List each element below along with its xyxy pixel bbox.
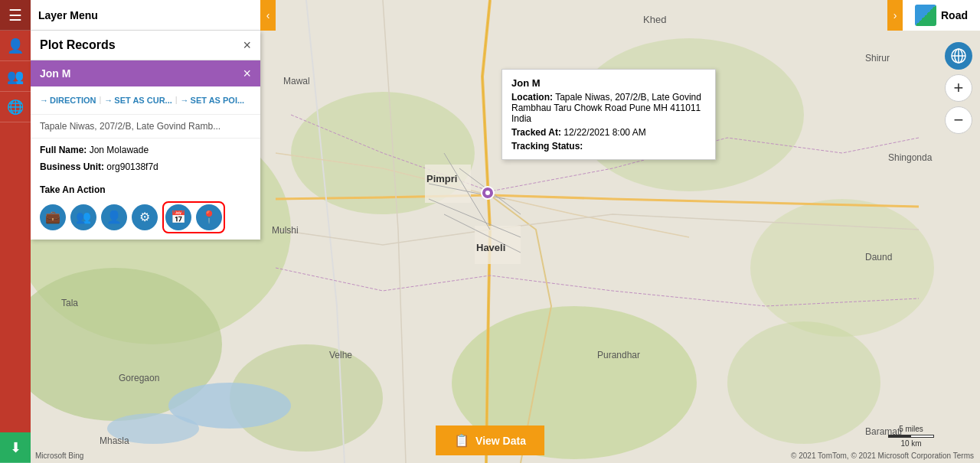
direction-button[interactable]: DIRECTION (40, 93, 96, 108)
full-name-row: Full Name: Jon Molawade (31, 139, 260, 158)
tooltip-status-row: Tracking Status: (511, 141, 706, 152)
map-controls: + − (945, 42, 972, 134)
address-bar: Tapale Niwas, 207/2/B, Late Govind Ramb.… (31, 115, 260, 139)
highlighted-action-group: 📅 📍 (162, 201, 225, 233)
svg-text:Daund: Daund (865, 252, 892, 262)
plot-records-title: Plot Records (40, 38, 116, 52)
action-icons-row: 💼 👥 👤 ⚙ 📅 📍 (40, 201, 251, 233)
scale-label-miles: 5 miles (899, 425, 923, 433)
business-unit-row: Business Unit: org90138f7d (31, 158, 260, 178)
svg-point-34 (485, 191, 490, 195)
globe-control-button[interactable] (945, 42, 972, 70)
jon-m-card-header: Jon M × (31, 60, 260, 86)
svg-point-5 (750, 199, 934, 337)
tooltip-popup: Jon M Location: Tapale Niwas, 207/2/B, L… (501, 69, 716, 160)
plot-records-header: Plot Records × (31, 31, 260, 60)
svg-text:Shirur: Shirur (865, 53, 890, 64)
location-action-button[interactable]: 📍 (196, 204, 222, 230)
chevron-left-button[interactable]: ‹ (260, 0, 276, 31)
svg-text:Mulshi: Mulshi (272, 225, 299, 236)
plot-records-panel: Plot Records × Jon M × DIRECTION | SET A… (31, 31, 260, 240)
zoom-in-icon: + (954, 80, 964, 96)
scale-label-km: 10 km (900, 439, 921, 448)
svg-text:Goregaon: Goregaon (119, 373, 159, 383)
tooltip-status-label: Tracking Status: (511, 141, 583, 152)
map-type-button[interactable]: Road (903, 0, 980, 31)
zoom-out-icon: − (954, 112, 964, 129)
briefcase-action-button[interactable]: 💼 (40, 204, 66, 230)
people-action-button[interactable]: 👥 (70, 204, 96, 230)
map-type-preview (915, 5, 936, 26)
jon-m-close-button[interactable]: × (243, 67, 251, 80)
view-data-icon: 📋 (454, 433, 469, 448)
map-type-label: Road (941, 9, 968, 21)
tooltip-tracked-label: Tracked At: (511, 127, 561, 138)
svg-text:Khed: Khed (643, 14, 666, 25)
sidebar-icon-download[interactable]: ⬇ (0, 432, 31, 463)
chevron-right-icon: › (893, 9, 897, 21)
svg-text:Tala: Tala (61, 298, 78, 308)
layer-menu-panel: Layer Menu (31, 0, 260, 31)
svg-text:Shingonda: Shingonda (888, 152, 933, 163)
address-text: Tapale Niwas, 207/2/B, Late Govind Ramb.… (40, 121, 220, 132)
chevron-right-button[interactable]: › (887, 0, 903, 31)
tooltip-location-row: Location: Tapale Niwas, 207/2/B, Late Go… (511, 92, 706, 124)
set-as-poi-button[interactable]: SET AS POI... (181, 93, 245, 108)
svg-text:Mhasla: Mhasla (100, 435, 129, 446)
bing-logo-text: Microsoft Bing (35, 452, 83, 460)
chevron-left-icon: ‹ (266, 9, 270, 21)
zoom-out-button[interactable]: − (945, 106, 972, 134)
zoom-in-button[interactable]: + (945, 74, 972, 102)
calendar-action-button[interactable]: 📅 (165, 204, 191, 230)
tooltip-tracked-row: Tracked At: 12/22/2021 8:00 AM (511, 127, 706, 138)
map-scale: 5 miles 10 km (888, 425, 934, 448)
plot-records-close-button[interactable]: × (243, 38, 251, 52)
svg-text:Purandhar: Purandhar (597, 350, 640, 360)
full-name-value: Jon Molawade (90, 145, 149, 155)
jon-m-card: Jon M × DIRECTION | SET AS CUR... | SET … (31, 60, 260, 240)
svg-text:Velhe: Velhe (329, 350, 352, 360)
jon-m-actions: DIRECTION | SET AS CUR... | SET AS POI..… (31, 86, 260, 115)
view-data-button[interactable]: 📋 View Data (436, 426, 544, 455)
top-right-controls: › Road (887, 0, 980, 31)
svg-text:Haveli: Haveli (476, 242, 505, 253)
layer-menu-title: Layer Menu (38, 9, 98, 21)
sidebar-icon-globe[interactable]: 🌐 (0, 92, 31, 122)
sidebar-icon-person[interactable]: 👤 (0, 31, 31, 61)
tooltip-tracked-value: 12/22/2021 8:00 AM (564, 127, 645, 138)
map-copyright: © 2021 TomTom, © 2021 Microsoft Corporat… (791, 452, 974, 460)
tooltip-name: Jon M (511, 77, 706, 89)
set-as-cur-button[interactable]: SET AS CUR... (104, 93, 172, 108)
business-unit-label: Business Unit: (40, 161, 104, 172)
sidebar: ☰ 👤 👥 🌐 ⬇ (0, 0, 31, 463)
take-action-section: Take An Action 💼 👥 👤 ⚙ 📅 📍 (31, 178, 260, 240)
svg-text:Mawal: Mawal (283, 76, 310, 86)
svg-point-8 (727, 321, 880, 444)
bing-logo: Microsoft Bing (35, 452, 83, 460)
business-unit-value: org90138f7d (106, 161, 158, 172)
jon-m-name: Jon M (40, 67, 70, 80)
settings-action-button[interactable]: ⚙ (132, 204, 158, 230)
view-data-label: View Data (475, 435, 526, 447)
user-action-button[interactable]: 👤 (101, 204, 127, 230)
tooltip-location-label: Location: (511, 92, 553, 103)
sidebar-icon-group[interactable]: 👥 (0, 61, 31, 92)
full-name-label: Full Name: (40, 145, 87, 155)
take-action-label: Take An Action (40, 184, 251, 195)
sidebar-icon-layers[interactable]: ☰ (0, 0, 31, 31)
copyright-text: © 2021 TomTom, © 2021 Microsoft Corporat… (791, 452, 974, 460)
svg-text:Pimpri: Pimpri (426, 173, 457, 184)
